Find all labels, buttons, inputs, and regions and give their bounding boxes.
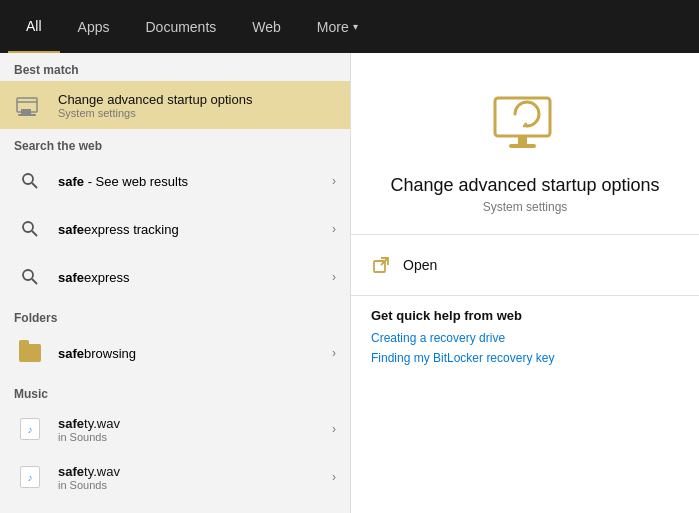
best-match-text: Change advanced startup options System s… bbox=[58, 92, 336, 119]
web-result-1-bold: safe bbox=[58, 174, 84, 189]
chevron-right-icon-4: › bbox=[332, 346, 336, 360]
tab-apps[interactable]: Apps bbox=[60, 0, 128, 53]
tab-apps-label: Apps bbox=[78, 19, 110, 35]
chevron-right-icon-3: › bbox=[332, 270, 336, 284]
tab-all-label: All bbox=[26, 18, 42, 34]
music-result-1-text: safety.wav in Sounds bbox=[58, 416, 332, 443]
folder-result-1-rest: browsing bbox=[84, 346, 136, 361]
music-label: Music bbox=[0, 377, 350, 405]
open-label: Open bbox=[403, 257, 437, 273]
music-result-2-sub: in Sounds bbox=[58, 479, 332, 491]
best-match-label: Best match bbox=[0, 53, 350, 81]
folders-label: Folders bbox=[0, 301, 350, 329]
chevron-right-icon-6: › bbox=[332, 470, 336, 484]
web-result-1-text: safe - See web results bbox=[58, 174, 332, 189]
web-result-2[interactable]: safeexpress tracking › bbox=[0, 205, 350, 253]
svg-line-7 bbox=[32, 231, 37, 236]
web-result-3[interactable]: safeexpress › bbox=[0, 253, 350, 301]
folder-result-1-text: safebrowsing bbox=[58, 346, 332, 361]
music-file-icon-1 bbox=[14, 413, 46, 445]
best-match-subtitle: System settings bbox=[58, 107, 336, 119]
svg-line-5 bbox=[32, 183, 37, 188]
tab-more-label: More bbox=[317, 19, 349, 35]
tab-more[interactable]: More ▾ bbox=[299, 0, 376, 53]
settings-icon bbox=[14, 89, 46, 121]
tab-documents[interactable]: Documents bbox=[127, 0, 234, 53]
web-result-2-text: safeexpress tracking bbox=[58, 222, 332, 237]
best-match-title: Change advanced startup options bbox=[58, 92, 336, 107]
svg-rect-15 bbox=[509, 144, 536, 148]
help-section: Get quick help from web Creating a recov… bbox=[351, 296, 699, 383]
music-result-1-sub: in Sounds bbox=[58, 431, 332, 443]
svg-point-6 bbox=[23, 222, 33, 232]
chevron-right-icon: › bbox=[332, 174, 336, 188]
web-result-1-rest: - See web results bbox=[84, 174, 188, 189]
help-title: Get quick help from web bbox=[371, 308, 679, 323]
music-file-icon-2 bbox=[14, 461, 46, 493]
right-subtitle: System settings bbox=[483, 200, 568, 214]
svg-rect-3 bbox=[18, 114, 36, 116]
chevron-down-icon: ▾ bbox=[353, 21, 358, 32]
search-web-icon-2 bbox=[14, 213, 46, 245]
svg-rect-2 bbox=[21, 109, 31, 114]
web-result-1[interactable]: safe - See web results › bbox=[0, 157, 350, 205]
left-panel: Best match Change advanced startup optio… bbox=[0, 53, 350, 513]
right-actions: Open bbox=[351, 235, 699, 295]
right-title: Change advanced startup options bbox=[390, 175, 659, 196]
open-icon bbox=[371, 255, 391, 275]
right-top: Change advanced startup options System s… bbox=[351, 53, 699, 234]
folder-icon bbox=[14, 337, 46, 369]
chevron-right-icon-5: › bbox=[332, 422, 336, 436]
help-link-1[interactable]: Creating a recovery drive bbox=[371, 331, 679, 345]
search-web-icon-3 bbox=[14, 261, 46, 293]
web-result-3-bold: safe bbox=[58, 270, 84, 285]
web-result-2-bold: safe bbox=[58, 222, 84, 237]
best-match-item[interactable]: Change advanced startup options System s… bbox=[0, 81, 350, 129]
open-action[interactable]: Open bbox=[371, 247, 679, 283]
web-search-label: Search the web bbox=[0, 129, 350, 157]
folder-result-1-bold: safe bbox=[58, 346, 84, 361]
help-link-2[interactable]: Finding my BitLocker recovery key bbox=[371, 351, 679, 365]
web-result-2-rest: express tracking bbox=[84, 222, 179, 237]
music-result-2-title: safety.wav bbox=[58, 464, 332, 479]
music-result-2-text: safety.wav in Sounds bbox=[58, 464, 332, 491]
startup-icon bbox=[485, 83, 565, 163]
tab-documents-label: Documents bbox=[145, 19, 216, 35]
chevron-right-icon-2: › bbox=[332, 222, 336, 236]
main-container: Best match Change advanced startup optio… bbox=[0, 53, 699, 513]
search-web-icon bbox=[14, 165, 46, 197]
web-result-3-text: safeexpress bbox=[58, 270, 332, 285]
tab-web[interactable]: Web bbox=[234, 0, 299, 53]
music-result-2[interactable]: safety.wav in Sounds › bbox=[0, 453, 350, 501]
web-result-3-rest: express bbox=[84, 270, 130, 285]
svg-line-9 bbox=[32, 279, 37, 284]
tab-web-label: Web bbox=[252, 19, 281, 35]
music-result-1[interactable]: safety.wav in Sounds › bbox=[0, 405, 350, 453]
music-result-1-title: safety.wav bbox=[58, 416, 332, 431]
tab-all[interactable]: All bbox=[8, 0, 60, 53]
top-nav: All Apps Documents Web More ▾ bbox=[0, 0, 699, 53]
right-panel: Change advanced startup options System s… bbox=[350, 53, 699, 513]
svg-point-4 bbox=[23, 174, 33, 184]
svg-point-8 bbox=[23, 270, 33, 280]
folder-result-1[interactable]: safebrowsing › bbox=[0, 329, 350, 377]
settings-section-label: Settings (2) bbox=[0, 501, 350, 513]
svg-rect-14 bbox=[518, 136, 527, 144]
